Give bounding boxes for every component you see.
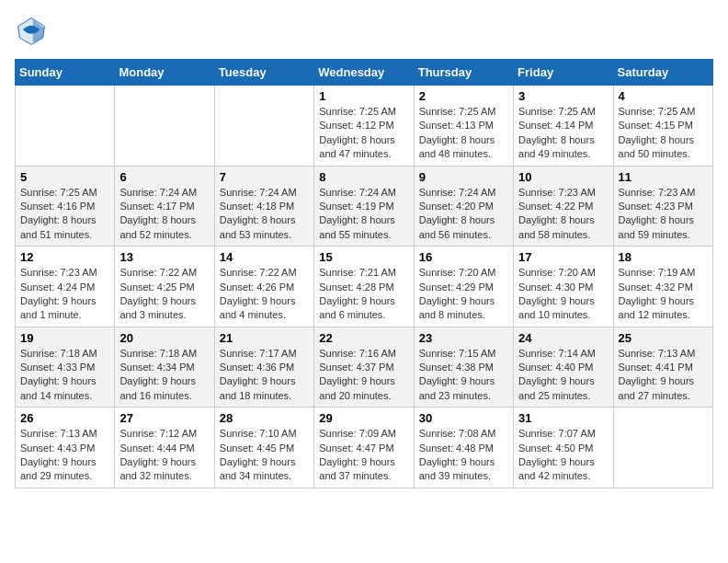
day-number: 22 (319, 331, 408, 345)
day-info: Sunrise: 7:25 AM Sunset: 4:13 PM Dayligh… (419, 105, 508, 162)
day-cell: 30Sunrise: 7:08 AM Sunset: 4:48 PM Dayli… (414, 408, 513, 488)
weekday-sunday: Sunday (16, 60, 115, 86)
week-row-5: 26Sunrise: 7:13 AM Sunset: 4:43 PM Dayli… (16, 408, 713, 488)
day-number: 18 (619, 250, 708, 264)
day-cell (115, 86, 214, 167)
day-cell: 26Sunrise: 7:13 AM Sunset: 4:43 PM Dayli… (16, 408, 115, 488)
day-number: 4 (619, 89, 708, 103)
day-number: 2 (419, 89, 508, 103)
day-info: Sunrise: 7:25 AM Sunset: 4:16 PM Dayligh… (20, 186, 109, 243)
day-info: Sunrise: 7:12 AM Sunset: 4:44 PM Dayligh… (119, 427, 209, 484)
day-number: 6 (119, 170, 209, 184)
day-info: Sunrise: 7:14 AM Sunset: 4:40 PM Dayligh… (518, 347, 608, 404)
day-info: Sunrise: 7:20 AM Sunset: 4:29 PM Dayligh… (419, 266, 508, 323)
day-info: Sunrise: 7:17 AM Sunset: 4:36 PM Dayligh… (220, 347, 309, 404)
day-info: Sunrise: 7:20 AM Sunset: 4:30 PM Dayligh… (518, 266, 608, 323)
day-cell: 15Sunrise: 7:21 AM Sunset: 4:28 PM Dayli… (314, 247, 414, 327)
weekday-friday: Friday (514, 60, 613, 86)
day-info: Sunrise: 7:24 AM Sunset: 4:17 PM Dayligh… (119, 186, 209, 243)
day-info: Sunrise: 7:16 AM Sunset: 4:37 PM Dayligh… (319, 347, 408, 404)
weekday-header-row: SundayMondayTuesdayWednesdayThursdayFrid… (16, 60, 713, 86)
day-number: 11 (619, 170, 708, 184)
day-cell: 14Sunrise: 7:22 AM Sunset: 4:26 PM Dayli… (214, 247, 313, 327)
day-cell: 28Sunrise: 7:10 AM Sunset: 4:45 PM Dayli… (214, 408, 313, 488)
day-number: 9 (419, 170, 508, 184)
day-cell: 29Sunrise: 7:09 AM Sunset: 4:47 PM Dayli… (314, 408, 414, 488)
day-cell: 3Sunrise: 7:25 AM Sunset: 4:14 PM Daylig… (514, 86, 613, 167)
logo (15, 15, 51, 48)
day-cell: 13Sunrise: 7:22 AM Sunset: 4:25 PM Dayli… (115, 247, 214, 327)
day-info: Sunrise: 7:13 AM Sunset: 4:43 PM Dayligh… (20, 427, 109, 484)
day-info: Sunrise: 7:23 AM Sunset: 4:24 PM Dayligh… (20, 266, 109, 323)
day-cell: 18Sunrise: 7:19 AM Sunset: 4:32 PM Dayli… (613, 247, 712, 327)
day-info: Sunrise: 7:09 AM Sunset: 4:47 PM Dayligh… (319, 427, 408, 484)
day-cell: 1Sunrise: 7:25 AM Sunset: 4:12 PM Daylig… (314, 86, 414, 167)
day-cell (16, 86, 115, 167)
day-number: 8 (319, 170, 408, 184)
day-number: 31 (518, 411, 608, 425)
day-info: Sunrise: 7:08 AM Sunset: 4:48 PM Dayligh… (419, 427, 508, 484)
day-info: Sunrise: 7:19 AM Sunset: 4:32 PM Dayligh… (619, 266, 708, 323)
weekday-wednesday: Wednesday (314, 60, 414, 86)
day-cell: 2Sunrise: 7:25 AM Sunset: 4:13 PM Daylig… (414, 86, 513, 167)
day-info: Sunrise: 7:22 AM Sunset: 4:25 PM Dayligh… (119, 266, 209, 323)
calendar-body: 1Sunrise: 7:25 AM Sunset: 4:12 PM Daylig… (16, 86, 713, 488)
day-number: 5 (20, 170, 109, 184)
day-info: Sunrise: 7:23 AM Sunset: 4:22 PM Dayligh… (518, 186, 608, 243)
day-cell: 25Sunrise: 7:13 AM Sunset: 4:41 PM Dayli… (613, 327, 712, 408)
day-cell: 8Sunrise: 7:24 AM Sunset: 4:19 PM Daylig… (314, 166, 414, 247)
day-cell: 24Sunrise: 7:14 AM Sunset: 4:40 PM Dayli… (514, 327, 613, 408)
week-row-3: 12Sunrise: 7:23 AM Sunset: 4:24 PM Dayli… (16, 247, 713, 327)
day-number: 30 (419, 411, 508, 425)
day-cell: 27Sunrise: 7:12 AM Sunset: 4:44 PM Dayli… (115, 408, 214, 488)
day-info: Sunrise: 7:21 AM Sunset: 4:28 PM Dayligh… (319, 266, 408, 323)
day-number: 17 (518, 250, 608, 264)
day-info: Sunrise: 7:25 AM Sunset: 4:15 PM Dayligh… (619, 105, 708, 162)
week-row-4: 19Sunrise: 7:18 AM Sunset: 4:33 PM Dayli… (16, 327, 713, 408)
day-info: Sunrise: 7:25 AM Sunset: 4:14 PM Dayligh… (518, 105, 608, 162)
day-cell: 23Sunrise: 7:15 AM Sunset: 4:38 PM Dayli… (414, 327, 513, 408)
calendar: SundayMondayTuesdayWednesdayThursdayFrid… (15, 59, 713, 488)
day-number: 16 (419, 250, 508, 264)
day-number: 15 (319, 250, 408, 264)
day-info: Sunrise: 7:25 AM Sunset: 4:12 PM Dayligh… (319, 105, 408, 162)
day-info: Sunrise: 7:18 AM Sunset: 4:34 PM Dayligh… (119, 347, 209, 404)
day-cell: 6Sunrise: 7:24 AM Sunset: 4:17 PM Daylig… (115, 166, 214, 247)
logo-icon (15, 15, 48, 48)
day-info: Sunrise: 7:13 AM Sunset: 4:41 PM Dayligh… (619, 347, 708, 404)
week-row-2: 5Sunrise: 7:25 AM Sunset: 4:16 PM Daylig… (16, 166, 713, 247)
day-number: 20 (119, 331, 209, 345)
day-number: 27 (119, 411, 209, 425)
day-number: 12 (20, 250, 109, 264)
day-info: Sunrise: 7:22 AM Sunset: 4:26 PM Dayligh… (220, 266, 309, 323)
day-number: 29 (319, 411, 408, 425)
day-number: 26 (20, 411, 109, 425)
day-info: Sunrise: 7:07 AM Sunset: 4:50 PM Dayligh… (518, 427, 608, 484)
day-number: 25 (619, 331, 708, 345)
weekday-saturday: Saturday (613, 60, 712, 86)
weekday-tuesday: Tuesday (214, 60, 313, 86)
day-number: 24 (518, 331, 608, 345)
day-info: Sunrise: 7:24 AM Sunset: 4:18 PM Dayligh… (220, 186, 309, 243)
day-number: 10 (518, 170, 608, 184)
day-cell: 20Sunrise: 7:18 AM Sunset: 4:34 PM Dayli… (115, 327, 214, 408)
day-cell: 7Sunrise: 7:24 AM Sunset: 4:18 PM Daylig… (214, 166, 313, 247)
day-cell: 19Sunrise: 7:18 AM Sunset: 4:33 PM Dayli… (16, 327, 115, 408)
week-row-1: 1Sunrise: 7:25 AM Sunset: 4:12 PM Daylig… (16, 86, 713, 167)
day-cell: 5Sunrise: 7:25 AM Sunset: 4:16 PM Daylig… (16, 166, 115, 247)
weekday-monday: Monday (115, 60, 214, 86)
page-header (15, 15, 713, 48)
day-info: Sunrise: 7:18 AM Sunset: 4:33 PM Dayligh… (20, 347, 109, 404)
day-number: 21 (220, 331, 309, 345)
day-number: 3 (518, 89, 608, 103)
day-number: 19 (20, 331, 109, 345)
day-cell: 22Sunrise: 7:16 AM Sunset: 4:37 PM Dayli… (314, 327, 414, 408)
day-cell: 16Sunrise: 7:20 AM Sunset: 4:29 PM Dayli… (414, 247, 513, 327)
day-info: Sunrise: 7:10 AM Sunset: 4:45 PM Dayligh… (220, 427, 309, 484)
day-cell: 9Sunrise: 7:24 AM Sunset: 4:20 PM Daylig… (414, 166, 513, 247)
day-cell: 10Sunrise: 7:23 AM Sunset: 4:22 PM Dayli… (514, 166, 613, 247)
weekday-thursday: Thursday (414, 60, 513, 86)
day-number: 28 (220, 411, 309, 425)
day-number: 23 (419, 331, 508, 345)
day-number: 1 (319, 89, 408, 103)
